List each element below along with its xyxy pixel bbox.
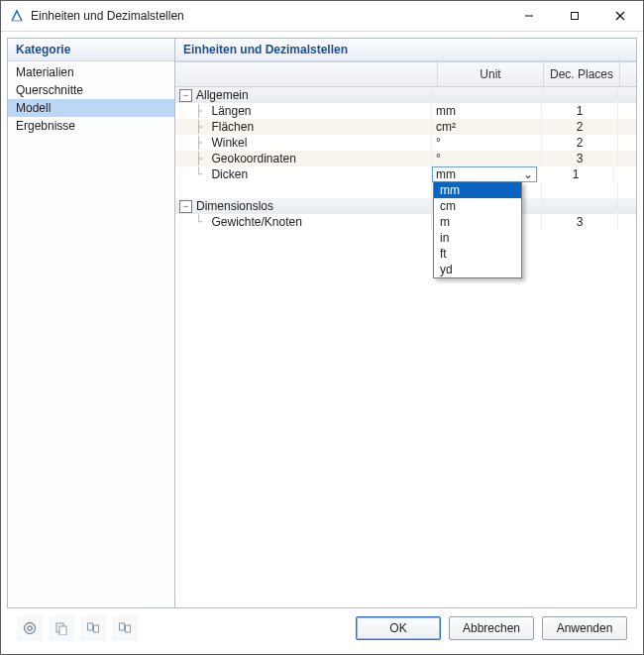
svg-rect-9 [94, 625, 99, 632]
group-row[interactable]: −Dimensionslos [175, 198, 636, 214]
spacer-row [175, 182, 636, 198]
main-title: Einheiten und Dezimalstellen [175, 39, 636, 61]
col-header-dec: Dec. Places [544, 62, 620, 86]
svg-rect-10 [120, 623, 125, 630]
unit-dropdown: mmcmminftyd [433, 181, 522, 278]
tree-branch-icon: ├ [195, 136, 209, 150]
unit-value[interactable]: ° [436, 136, 441, 150]
setting-row: ├ Längenmm1 [175, 103, 636, 119]
category-item[interactable]: Modell [8, 99, 174, 117]
category-list: MaterialienQuerschnitteModellErgebnisse [8, 61, 174, 137]
cancel-button[interactable]: Abbrechen [449, 616, 534, 640]
col-header-unit: Unit [438, 62, 544, 86]
group-label: Dimensionslos [196, 199, 273, 213]
sidebar-title: Kategorie [8, 39, 174, 61]
app-icon [9, 8, 25, 24]
setting-row: ├ Flächencm²2 [175, 119, 636, 135]
category-item[interactable]: Ergebnisse [8, 117, 174, 135]
collapse-icon[interactable]: − [179, 200, 192, 213]
category-item[interactable]: Querschnitte [8, 81, 174, 99]
grid-header: Unit Dec. Places [175, 62, 636, 87]
unit-combobox[interactable]: mm⌄mmcmminftyd [432, 166, 537, 182]
svg-point-4 [25, 623, 36, 634]
setting-label: Längen [211, 104, 251, 118]
setting-label: Winkel [211, 136, 247, 150]
setting-label: Gewichte/Knoten [211, 215, 301, 229]
dec-value[interactable]: 1 [577, 104, 584, 118]
close-button[interactable] [597, 1, 643, 31]
unit-option[interactable]: m [434, 214, 521, 230]
sidebar: Kategorie MaterialienQuerschnitteModellE… [8, 39, 175, 607]
apply-button[interactable]: Anwenden [542, 616, 627, 640]
svg-rect-1 [572, 13, 579, 20]
unit-value[interactable]: cm² [436, 120, 456, 134]
svg-rect-11 [126, 625, 131, 632]
setting-row: └ Gewichte/Knoten3 [175, 214, 636, 230]
unit-option[interactable]: ft [434, 246, 521, 262]
tree-branch-icon: └ [195, 215, 209, 229]
group-row[interactable]: −Allgemein [175, 87, 636, 103]
svg-point-5 [28, 626, 32, 630]
apply-button-label: Anwenden [557, 621, 613, 635]
svg-rect-8 [88, 623, 93, 630]
minimize-button[interactable] [506, 1, 552, 31]
chevron-down-icon: ⌄ [520, 167, 536, 181]
ok-button[interactable]: OK [356, 616, 441, 640]
save-units-button[interactable] [80, 615, 106, 641]
setting-label: Dicken [211, 167, 248, 181]
category-item[interactable]: Materialien [8, 63, 174, 81]
grid-body: −Allgemein├ Längenmm1├ Flächencm²2├ Wink… [175, 87, 636, 230]
unit-option[interactable]: cm [434, 198, 521, 214]
window-controls [506, 1, 643, 31]
titlebar: Einheiten und Dezimalstellen [1, 1, 643, 32]
maximize-button[interactable] [552, 1, 597, 31]
ok-button-label: OK [389, 621, 406, 635]
setting-row: ├ Winkel°2 [175, 135, 636, 151]
tree-branch-icon: ├ [195, 104, 209, 118]
tree-branch-icon: └ [195, 167, 209, 181]
dec-value[interactable]: 2 [577, 120, 584, 134]
collapse-icon[interactable]: − [179, 89, 192, 102]
tree-branch-icon: ├ [195, 152, 209, 165]
help-button[interactable] [17, 615, 43, 641]
tree-branch-icon: ├ [195, 120, 209, 134]
setting-label: Geokoordinaten [211, 152, 295, 165]
unit-option[interactable]: in [434, 230, 521, 246]
unit-option[interactable]: yd [434, 262, 521, 277]
window-title: Einheiten und Dezimalstellen [31, 9, 506, 23]
svg-rect-7 [59, 626, 66, 635]
setting-label: Flächen [211, 120, 254, 134]
unit-value[interactable]: mm [436, 104, 456, 118]
dec-value[interactable]: 2 [577, 136, 584, 150]
dec-value[interactable]: 3 [577, 215, 584, 229]
dialog-window: Einheiten und Dezimalstellen Kategorie M… [0, 0, 644, 655]
unit-value[interactable]: ° [436, 152, 441, 165]
load-units-button[interactable] [112, 615, 138, 641]
group-label: Allgemein [196, 88, 249, 102]
setting-row: └ Dickenmm⌄mmcmminftyd1 [175, 166, 636, 182]
cancel-button-label: Abbrechen [463, 621, 520, 635]
footer: OK Abbrechen Anwenden [7, 608, 637, 648]
unit-value: mm [433, 167, 520, 181]
dialog-body: Kategorie MaterialienQuerschnitteModellE… [1, 32, 643, 654]
unit-option[interactable]: mm [434, 182, 521, 198]
main-panel: Einheiten und Dezimalstellen Unit Dec. P… [175, 39, 636, 607]
settings-grid: Unit Dec. Places −Allgemein├ Längenmm1├ … [175, 61, 636, 607]
dec-value[interactable]: 3 [577, 152, 584, 165]
col-header-name [175, 62, 438, 86]
reset-units-button[interactable] [49, 615, 74, 641]
setting-row: ├ Geokoordinaten°3 [175, 151, 636, 166]
dec-value[interactable]: 1 [573, 167, 580, 181]
